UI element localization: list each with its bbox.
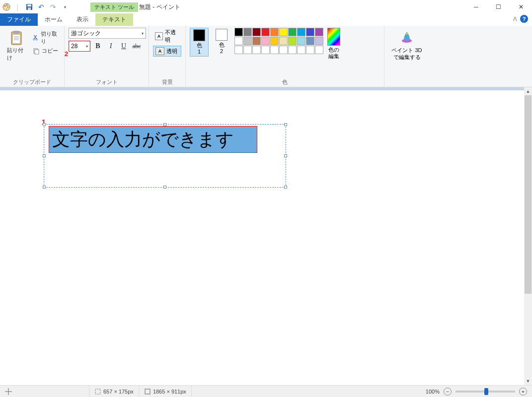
color-swatch[interactable] bbox=[279, 28, 288, 36]
color1-button[interactable]: 色1 bbox=[190, 28, 209, 57]
group-font: 游ゴシック ▾ 28 ▾ B I U abc フォント bbox=[65, 26, 149, 87]
title-bar: | ↶ ↷ ▾ テキスト ツール 無題 - ペイント ─ ☐ ✕ bbox=[0, 0, 532, 14]
palette-row-3 bbox=[234, 46, 323, 54]
collapse-ribbon-icon[interactable]: ᐱ bbox=[513, 16, 517, 22]
text-input-content[interactable]: 文字の入力ができます bbox=[49, 127, 257, 152]
bold-button[interactable]: B bbox=[92, 41, 103, 52]
paint3d-label: ペイント 3Dで編集する bbox=[391, 47, 422, 61]
edit-colors-button[interactable]: 色の編集 bbox=[327, 28, 340, 60]
selection-size-icon bbox=[94, 388, 101, 395]
color2-swatch bbox=[216, 29, 228, 41]
transparent-button[interactable]: A 透明 bbox=[153, 46, 181, 57]
color-swatch[interactable] bbox=[279, 37, 288, 45]
zoom-slider[interactable] bbox=[456, 391, 515, 393]
maximize-button[interactable]: ☐ bbox=[487, 0, 510, 14]
scroll-up-icon[interactable]: ▲ bbox=[524, 87, 532, 95]
color-swatch[interactable] bbox=[306, 46, 314, 54]
qat-separator: | bbox=[12, 1, 23, 12]
color-swatch[interactable] bbox=[252, 28, 261, 36]
color2-label: 色2 bbox=[219, 42, 225, 55]
color-swatch[interactable] bbox=[279, 46, 288, 54]
color-swatch[interactable] bbox=[288, 46, 297, 54]
canvas-area[interactable]: 1 文字の入力ができます bbox=[0, 87, 524, 385]
color-swatch[interactable] bbox=[288, 37, 297, 45]
zoom-in-button[interactable]: + bbox=[519, 388, 527, 396]
help-icon[interactable]: ? bbox=[520, 15, 528, 23]
color-swatch[interactable] bbox=[243, 37, 252, 45]
status-selection-size: 657 × 175px bbox=[89, 386, 139, 397]
resize-handle[interactable] bbox=[43, 123, 46, 126]
font-family-selector[interactable]: 游ゴシック ▾ bbox=[69, 28, 146, 39]
copy-button[interactable]: コピー bbox=[32, 47, 60, 55]
color-swatch[interactable] bbox=[234, 28, 243, 36]
resize-handle[interactable] bbox=[43, 186, 46, 189]
color-swatch[interactable] bbox=[288, 28, 297, 36]
color-swatch[interactable] bbox=[297, 46, 305, 54]
vertical-scrollbar[interactable]: ▲ ▼ bbox=[524, 87, 532, 385]
zoom-out-button[interactable]: − bbox=[444, 388, 452, 396]
color-palette bbox=[234, 28, 323, 54]
close-button[interactable]: ✕ bbox=[510, 0, 532, 14]
color-swatch[interactable] bbox=[252, 46, 261, 54]
color1-swatch bbox=[193, 29, 205, 41]
color-swatch[interactable] bbox=[315, 37, 323, 45]
scroll-down-icon[interactable]: ▼ bbox=[524, 377, 532, 385]
tab-view[interactable]: 表示 bbox=[70, 13, 95, 26]
svg-point-4 bbox=[6, 8, 7, 9]
text-selection-highlight: 文字の入力ができます bbox=[49, 126, 257, 153]
color-swatch[interactable] bbox=[243, 46, 252, 54]
color-swatch[interactable] bbox=[261, 37, 270, 45]
qat-customize-icon[interactable]: ▾ bbox=[60, 1, 71, 12]
crosshair-icon bbox=[5, 388, 12, 395]
color2-button[interactable]: 色2 bbox=[213, 28, 230, 56]
resize-handle[interactable] bbox=[284, 154, 287, 157]
italic-button[interactable]: I bbox=[105, 41, 116, 52]
color-swatch[interactable] bbox=[297, 37, 305, 45]
resize-handle[interactable] bbox=[284, 123, 287, 126]
scrollbar-thumb[interactable] bbox=[525, 95, 532, 294]
transparent-icon: A bbox=[155, 47, 164, 55]
strikethrough-button[interactable]: abc bbox=[131, 41, 142, 52]
svg-rect-17 bbox=[35, 50, 39, 54]
color-swatch[interactable] bbox=[270, 28, 279, 36]
resize-handle[interactable] bbox=[163, 186, 166, 189]
ribbon: 貼り付け 切り取り コピー クリップボード 2 游ゴシック ▾ bbox=[0, 26, 532, 87]
color-swatch[interactable] bbox=[315, 46, 323, 54]
svg-point-3 bbox=[7, 6, 9, 8]
color-swatch[interactable] bbox=[234, 37, 243, 45]
paste-button[interactable]: 貼り付け bbox=[4, 28, 29, 64]
font-size-selector[interactable]: 28 ▾ bbox=[69, 41, 90, 52]
undo-icon[interactable]: ↶ bbox=[36, 1, 47, 12]
color-swatch[interactable] bbox=[234, 46, 243, 54]
color-swatch[interactable] bbox=[315, 28, 323, 36]
color-swatch[interactable] bbox=[243, 28, 252, 36]
resize-handle[interactable] bbox=[284, 186, 287, 189]
redo-icon[interactable]: ↷ bbox=[48, 1, 59, 12]
cut-button[interactable]: 切り取り bbox=[32, 30, 60, 46]
resize-handle[interactable] bbox=[43, 154, 46, 157]
clipboard-group-label: クリップボード bbox=[4, 76, 60, 86]
save-icon[interactable] bbox=[24, 1, 35, 12]
zoom-slider-thumb[interactable] bbox=[484, 388, 488, 395]
color-swatch[interactable] bbox=[261, 46, 270, 54]
paint3d-button[interactable]: ペイント 3Dで編集する bbox=[389, 28, 424, 63]
color-swatch[interactable] bbox=[297, 28, 305, 36]
color-swatch[interactable] bbox=[306, 28, 314, 36]
underline-button[interactable]: U bbox=[118, 41, 129, 52]
canvas-size-value: 1865 × 911px bbox=[153, 389, 186, 395]
tab-file[interactable]: ファイル bbox=[0, 13, 38, 26]
group-clipboard: 貼り付け 切り取り コピー クリップボード bbox=[0, 26, 65, 87]
font-group-label: フォント bbox=[69, 76, 145, 86]
minimize-button[interactable]: ─ bbox=[465, 0, 487, 14]
contextual-tab-label: テキスト ツール bbox=[90, 2, 138, 12]
tab-text[interactable]: テキスト bbox=[95, 13, 133, 26]
color-swatch[interactable] bbox=[261, 28, 270, 36]
status-bar: 657 × 175px 1865 × 911px 100% − + bbox=[0, 385, 532, 397]
color-swatch[interactable] bbox=[252, 37, 261, 45]
opaque-button[interactable]: A 不透明 bbox=[153, 28, 181, 45]
tab-home[interactable]: ホーム bbox=[38, 13, 70, 26]
color-swatch[interactable] bbox=[306, 37, 314, 45]
color-swatch[interactable] bbox=[270, 46, 279, 54]
color-swatch[interactable] bbox=[270, 37, 279, 45]
group-background: A 不透明 A 透明 背景 bbox=[149, 26, 186, 87]
